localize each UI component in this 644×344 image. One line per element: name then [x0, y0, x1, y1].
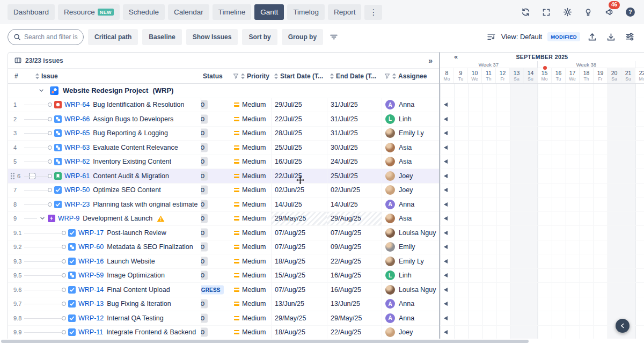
issue-row[interactable]: 4 WRP-63 Evaluate Content Relevance TO D… [8, 141, 439, 155]
download-icon[interactable] [604, 30, 618, 43]
start-date-cell[interactable]: 18/Aug/25 [272, 326, 327, 340]
task-offscreen-left-arrow[interactable] [444, 131, 448, 135]
end-date-cell[interactable]: 07/Aug/25 [327, 226, 382, 240]
task-offscreen-left-arrow[interactable] [444, 103, 448, 107]
assignee-cell[interactable]: Asia [382, 157, 439, 166]
assignee-cell[interactable]: Emily [382, 242, 439, 252]
critical-path-button[interactable]: Critical path [88, 29, 138, 45]
search-input[interactable] [24, 33, 78, 41]
scrollbar-thumb[interactable] [1, 340, 529, 343]
assignee-cell[interactable]: Louisa Nguy [382, 228, 439, 238]
sort-by-button[interactable]: Sort by [242, 29, 277, 45]
issue-row[interactable]: 9 WRP-9 Development & Launch TO DO Mediu… [8, 212, 439, 226]
task-offscreen-left-arrow[interactable] [444, 288, 448, 292]
issue-row[interactable]: 9.1 WRP-17 Post-launch Review TO DO Medi… [8, 226, 439, 240]
assignee-cell[interactable]: AAnna [382, 100, 439, 109]
view-label[interactable]: View: Default [501, 33, 542, 41]
column-header-start-date[interactable]: Start Date (T... [272, 69, 327, 83]
start-date-cell[interactable]: 13/Jun/25 [272, 297, 327, 311]
end-date-cell[interactable]: 22/Aug/25 [327, 254, 382, 268]
baseline-button[interactable]: Baseline [142, 29, 181, 45]
assignee-cell[interactable]: Joey [382, 327, 439, 337]
end-date-cell[interactable]: 09/Aug/25 [327, 240, 382, 254]
assignee-cell[interactable]: Emily Ly [382, 257, 439, 266]
issue-row[interactable]: 5 WRP-62 Inventory Existing Content TO D… [8, 155, 439, 170]
issue-key-link[interactable]: WRP-59 [78, 272, 104, 279]
issue-key-link[interactable]: WRP-64 [64, 101, 90, 108]
task-offscreen-left-arrow[interactable] [444, 302, 448, 306]
assignee-cell[interactable]: Emily Ly [382, 128, 439, 138]
help-icon[interactable]: ? [624, 6, 636, 19]
start-date-cell[interactable]: 22/Jul/25 [272, 169, 327, 183]
start-date-cell[interactable]: 29/May/25 [272, 212, 327, 226]
issue-row[interactable]: 2 WRP-66 Assign Bugs to Developers TO DO… [8, 112, 439, 127]
end-date-cell[interactable]: 25/Jul/25 [327, 169, 382, 183]
issue-key-link[interactable]: WRP-12 [78, 314, 104, 322]
start-date-cell[interactable]: 07/Aug/25 [272, 240, 327, 254]
nav-tab-timeline[interactable]: Timeline [213, 4, 252, 20]
issue-key-link[interactable]: WRP-14 [78, 286, 104, 294]
fullscreen-icon[interactable] [540, 6, 553, 19]
issue-key-link[interactable]: WRP-9 [58, 215, 79, 222]
column-header-priority[interactable]: Priority [231, 69, 272, 83]
issue-key-link[interactable]: WRP-65 [64, 129, 90, 137]
issue-key-link[interactable]: WRP-50 [64, 186, 90, 194]
assignee-cell[interactable]: Joey [382, 185, 439, 195]
issue-row[interactable]: 3 WRP-65 Bug Reporting & Logging TO DO M… [8, 127, 439, 141]
issue-row[interactable]: 9.9 WRP-11 Integrate Frontend & Backend … [8, 326, 439, 340]
task-offscreen-left-arrow[interactable] [444, 188, 448, 192]
end-date-cell[interactable]: 29/Aug/25 [327, 212, 382, 226]
column-header-status[interactable]: Status [201, 69, 231, 83]
task-offscreen-left-arrow[interactable] [444, 231, 448, 235]
task-offscreen-left-arrow[interactable] [444, 174, 448, 178]
issue-key-link[interactable]: WRP-62 [64, 158, 90, 165]
start-date-cell[interactable]: 18/Aug/25 [272, 254, 327, 268]
task-offscreen-left-arrow[interactable] [444, 316, 448, 320]
task-offscreen-left-arrow[interactable] [444, 159, 448, 164]
start-date-cell[interactable]: 28/Jul/25 [272, 127, 327, 141]
assignee-cell[interactable]: AAnna [382, 313, 439, 323]
expand-panel-icon[interactable]: » [428, 56, 433, 65]
issue-key-link[interactable]: WRP-13 [78, 300, 104, 308]
issue-key-link[interactable]: WRP-16 [78, 258, 104, 265]
issue-row[interactable]: 6 WRP-61 Content Audit & Migration TO DO… [8, 169, 439, 184]
gear-icon[interactable] [561, 6, 574, 19]
nav-tab-dashboard[interactable]: Dashboard [8, 4, 55, 20]
task-offscreen-left-arrow[interactable] [444, 145, 448, 150]
end-date-cell[interactable]: 22/Aug/25 [327, 326, 382, 340]
chevron-down-icon[interactable] [38, 87, 45, 94]
nav-tab-timelog[interactable]: Timelog [287, 4, 325, 20]
issue-key-link[interactable]: WRP-66 [64, 115, 90, 123]
upload-icon[interactable] [586, 30, 599, 43]
end-date-cell[interactable]: 30/Jul/25 [327, 141, 382, 155]
search-box[interactable] [8, 29, 84, 45]
nav-more-icon[interactable]: ⋮ [364, 5, 382, 20]
assignee-cell[interactable]: Asia [382, 214, 439, 223]
column-header-end-date[interactable]: End Date (T... [327, 69, 382, 83]
start-date-cell[interactable]: 07/Aug/25 [272, 226, 327, 240]
end-date-cell[interactable]: 13/Jun/25 [327, 297, 382, 311]
task-offscreen-left-arrow[interactable] [444, 202, 448, 207]
start-date-cell[interactable]: 15/Aug/25 [272, 269, 327, 283]
assignee-cell[interactable]: LLinh [382, 114, 439, 124]
filter-icon[interactable] [327, 31, 340, 43]
nav-tab-calendar[interactable]: Calendar [168, 4, 209, 20]
assignee-cell[interactable]: Louisa Nguy [382, 285, 439, 295]
issue-row[interactable]: 7 WRP-50 Optimize SEO Content TO DO Medi… [8, 184, 439, 198]
announcement-icon[interactable]: 46 [603, 6, 616, 19]
start-date-cell[interactable]: 22/Jul/25 [272, 112, 327, 126]
drag-handle-icon[interactable] [10, 172, 15, 180]
column-header-num[interactable]: # [8, 69, 33, 83]
column-header-assignee[interactable]: Assignee [382, 69, 439, 83]
start-date-cell[interactable]: 29/May/25 [272, 311, 327, 325]
issue-key-link[interactable]: WRP-23 [64, 201, 90, 208]
assignee-cell[interactable]: Asia [382, 143, 439, 152]
nav-tab-gantt[interactable]: Gantt [254, 4, 284, 20]
chevron-down-icon[interactable] [39, 215, 46, 222]
end-date-cell[interactable]: 31/Jul/25 [327, 127, 382, 141]
issue-row[interactable]: 9.6 WRP-14 Final Content Upload IN PROGR… [8, 283, 439, 297]
scroll-left-fab[interactable] [616, 319, 630, 333]
nav-tab-resource[interactable]: Resource NEW [58, 4, 120, 20]
end-date-cell[interactable]: 16/Aug/25 [327, 283, 382, 297]
issue-row[interactable]: 9.5 WRP-59 Image Optimization TO DO Medi… [8, 269, 439, 283]
